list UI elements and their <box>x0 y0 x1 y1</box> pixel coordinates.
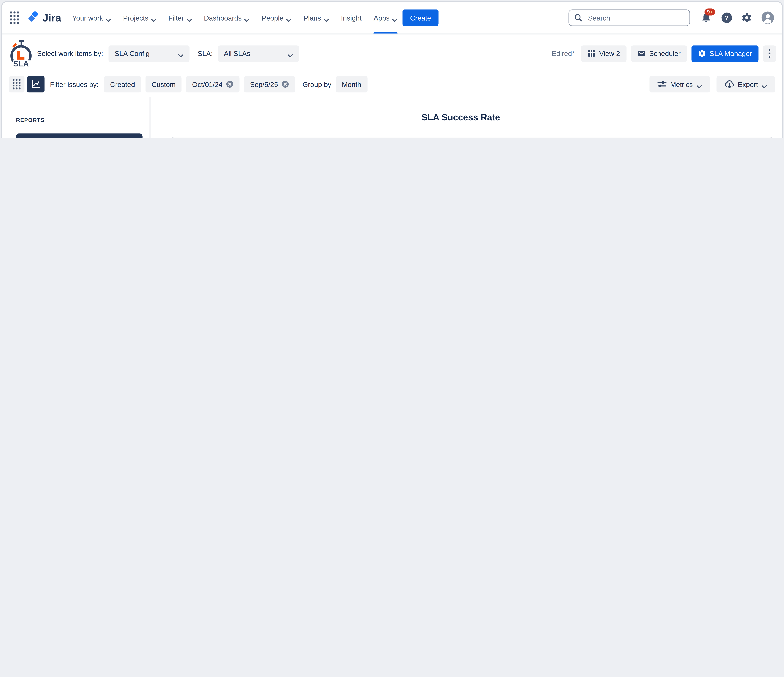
grid-view-toggle[interactable] <box>9 76 25 92</box>
settings-gear-icon[interactable] <box>742 12 752 23</box>
nav-item-label: Insight <box>341 14 362 22</box>
sla-dropdown[interactable]: All SLAs <box>218 45 299 62</box>
view-2-button[interactable]: View 2 <box>581 45 627 62</box>
nav-item-label: Projects <box>123 14 148 22</box>
sla-dropdown-value: All SLAs <box>224 50 250 57</box>
primary-nav: Your workProjectsFilterDashboardsPeopleP… <box>72 2 398 34</box>
group-by-value-chip[interactable]: Month <box>336 76 367 92</box>
metrics-label: Metrics <box>670 80 693 88</box>
nav-item-label: Your work <box>72 14 103 22</box>
chevron-down-icon <box>178 51 184 56</box>
filter-issues-label: Filter issues by: <box>50 80 99 88</box>
work-items-dropdown-value: SLA Config <box>115 50 149 57</box>
user-avatar[interactable] <box>762 11 774 24</box>
create-button[interactable]: Create <box>403 9 439 26</box>
sla-app-logo: SLA <box>9 39 33 68</box>
nav-item-label: Apps <box>374 14 390 22</box>
gear-icon <box>698 50 706 57</box>
nav-item-dashboards[interactable]: Dashboards <box>204 2 250 34</box>
chip-label: Oct/01/24 <box>192 80 222 88</box>
group-by-value: Month <box>342 80 361 88</box>
legend-item-tta-managed-services-c[interactable]: TTA Managed Services - Compreh…95% <box>179 137 299 138</box>
content-area: REPORTS SLA Success RateMet vs ExceededS… <box>2 97 782 138</box>
envelope-icon <box>638 50 646 57</box>
sla-toolbar: SLA Select work items by: SLA Config SLA… <box>2 36 782 71</box>
search-input[interactable] <box>587 13 684 22</box>
sliders-icon <box>658 81 667 88</box>
nav-item-label: Plans <box>303 14 321 22</box>
notifications-badge: 9+ <box>705 8 715 16</box>
filter-chip-created[interactable]: Created <box>104 76 141 92</box>
chip-label: Sep/5/25 <box>250 80 278 88</box>
chevron-down-icon <box>287 51 293 56</box>
chevron-down-icon <box>762 82 767 86</box>
app-frame: Jira Your workProjectsFilterDashboardsPe… <box>1 1 783 138</box>
app-switcher-icon[interactable] <box>10 11 19 24</box>
jira-logo-icon <box>28 11 39 24</box>
scheduler-button[interactable]: Scheduler <box>631 45 687 62</box>
nav-item-insight[interactable]: Insight <box>341 2 362 34</box>
search-icon <box>574 14 582 22</box>
app-window: Jira Your workProjectsFilterDashboardsPe… <box>0 0 784 138</box>
legend-item-ttr-application-services[interactable]: TTR Application Services - Custo…68% <box>655 137 773 138</box>
view-2-label: View 2 <box>599 50 620 57</box>
legend-item-tta-application-services[interactable]: TTA Application Services - Innova…75% <box>417 137 536 138</box>
nav-item-label: Dashboards <box>204 14 242 22</box>
grid-view-icon <box>13 79 20 89</box>
chip-remove-icon[interactable] <box>226 81 233 88</box>
legend-item-ttr-application-services[interactable]: TTR Application Services - Expert…68% <box>536 137 655 138</box>
chip-remove-icon[interactable] <box>282 81 289 88</box>
filter-chips: CreatedCustomOct/01/24Sep/5/25 <box>104 76 295 92</box>
report-main: SLA Success Rate TTA Managed Services - … <box>151 97 782 138</box>
help-icon[interactable]: ? <box>722 12 732 23</box>
filter-bar: Filter issues by: CreatedCustomOct/01/24… <box>2 71 782 97</box>
sidebar-item-sla-success-rate[interactable]: SLA Success Rate <box>16 134 143 138</box>
top-nav: Jira Your workProjectsFilterDashboardsPe… <box>2 2 782 34</box>
legend-item-ttr-managed-services-t[interactable]: TTR Managed Services - Tailored I…83% <box>298 137 417 138</box>
filter-chip-oct-01-24[interactable]: Oct/01/24 <box>186 76 240 92</box>
more-options-kebab-icon[interactable] <box>763 45 776 62</box>
chevron-down-icon <box>151 16 156 20</box>
metrics-button[interactable]: Metrics <box>650 76 710 92</box>
export-button[interactable]: Export <box>716 76 775 92</box>
work-items-dropdown[interactable]: SLA Config <box>109 45 190 62</box>
nav-item-plans[interactable]: Plans <box>303 2 329 34</box>
chart-legend: TTA Managed Services - Compreh…95%TTR Ma… <box>170 137 774 138</box>
nav-item-filter[interactable]: Filter <box>168 2 192 34</box>
scheduler-label: Scheduler <box>649 50 680 57</box>
nav-item-your-work[interactable]: Your work <box>72 2 111 34</box>
nav-item-people[interactable]: People <box>262 2 291 34</box>
sla-manager-button[interactable]: SLA Manager <box>692 45 759 62</box>
group-by-label: Group by <box>302 80 331 88</box>
chart-title: SLA Success Rate <box>151 112 771 123</box>
chip-label: Created <box>110 80 135 88</box>
filter-chip-custom[interactable]: Custom <box>146 76 182 92</box>
sla-label: SLA: <box>198 50 213 57</box>
reports-title: REPORTS <box>16 117 143 123</box>
edited-indicator: Edired* <box>552 50 575 57</box>
export-label: Export <box>738 80 758 88</box>
search-box[interactable] <box>569 9 690 26</box>
select-work-items-label: Select work items by: <box>37 50 103 57</box>
chevron-down-icon <box>244 16 250 20</box>
chevron-down-icon <box>392 16 398 20</box>
reports-sidebar: REPORTS SLA Success RateMet vs ExceededS… <box>2 97 151 138</box>
chevron-down-icon <box>324 16 329 20</box>
chip-label: Custom <box>151 80 176 88</box>
cloud-download-icon <box>724 80 734 89</box>
notifications-bell-icon[interactable]: 9+ <box>701 12 712 23</box>
nav-item-label: People <box>262 14 283 22</box>
nav-item-label: Filter <box>168 14 184 22</box>
nav-item-projects[interactable]: Projects <box>123 2 156 34</box>
chevron-down-icon <box>187 16 192 20</box>
jira-logo-text: Jira <box>42 12 61 24</box>
chevron-down-icon <box>286 16 291 20</box>
jira-logo[interactable]: Jira <box>28 11 61 24</box>
nav-item-apps[interactable]: Apps <box>374 2 398 34</box>
reports-list: SLA Success RateMet vs ExceededStatuses … <box>16 134 143 138</box>
filter-chip-sep-5-25[interactable]: Sep/5/25 <box>244 76 295 92</box>
chevron-down-icon <box>696 82 702 86</box>
chart-view-toggle[interactable] <box>27 76 45 92</box>
sla-manager-label: SLA Manager <box>709 50 752 57</box>
table-view-icon <box>588 50 596 57</box>
